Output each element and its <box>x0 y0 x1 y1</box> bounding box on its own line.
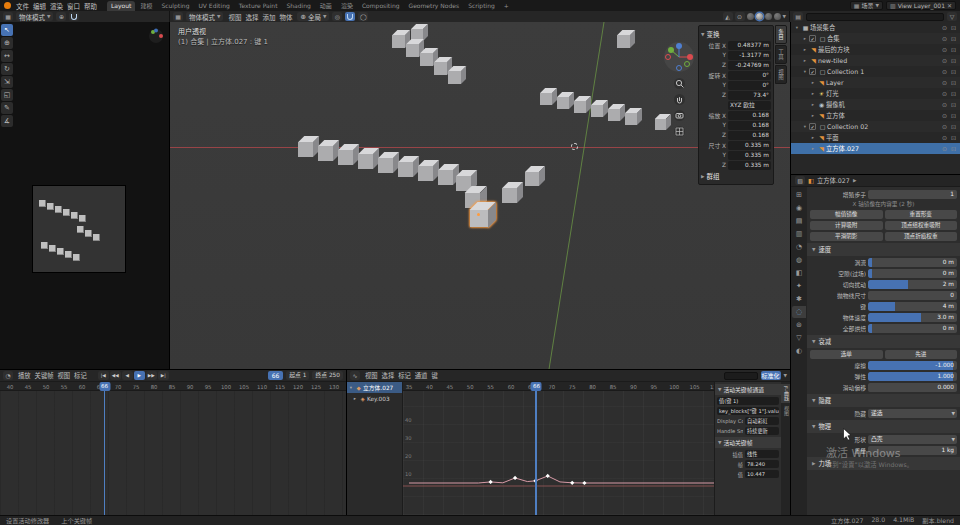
render-visibility-icon[interactable]: ⊡ <box>949 101 958 108</box>
properties-tab-object-data[interactable]: ▽ <box>792 332 806 344</box>
prop-field[interactable]: 0 <box>868 291 957 300</box>
editor-type-icon[interactable]: ▤ <box>793 12 803 21</box>
render-visibility-icon[interactable]: ⊡ <box>949 35 958 42</box>
cube[interactable] <box>398 156 419 177</box>
prop-button[interactable]: 选单 <box>810 350 883 359</box>
render-visibility-icon[interactable]: ⊡ <box>949 123 958 130</box>
scene-selector[interactable]: ▦场景▼ <box>850 1 883 10</box>
current-frame-field[interactable]: 66 <box>268 371 284 380</box>
keyframe-point[interactable] <box>513 476 517 480</box>
cube[interactable] <box>318 140 339 161</box>
properties-tab-view-layer[interactable]: ▥ <box>792 228 806 240</box>
properties-tab-modifiers[interactable]: ✦ <box>792 280 806 292</box>
frame-start-field[interactable]: 起点 1 <box>286 371 309 380</box>
prop-field[interactable]: 1 <box>868 190 957 199</box>
eye-icon[interactable]: ⊙ <box>940 79 949 86</box>
editor-type-icon[interactable]: ▦ <box>3 12 13 21</box>
cube[interactable] <box>525 166 545 186</box>
n-panel-tab-工具[interactable]: 工具 <box>775 45 787 64</box>
render-visibility-icon[interactable]: ⊡ <box>949 90 958 97</box>
prop-section-13[interactable]: ▼衰减 <box>807 335 960 348</box>
outliner-row[interactable]: ▾✓▢Collection 1⊙⊡ <box>791 66 960 77</box>
next-key-button[interactable]: ▶▶ <box>146 371 157 380</box>
properties-tab-world[interactable]: ◍ <box>792 254 806 266</box>
workspace-tab-5[interactable]: Shading <box>282 1 314 11</box>
graph-menu-0[interactable]: 视图 <box>363 371 380 380</box>
prop-field[interactable]: 0 m <box>868 269 957 278</box>
transform-field[interactable]: 0.335 m <box>728 151 771 160</box>
outliner-row[interactable]: ▸◥最后的方块⊙⊡ <box>791 44 960 55</box>
prop-section-18[interactable]: ▼隐藏 <box>807 394 960 407</box>
prop-section-20[interactable]: ▼物理 <box>807 420 960 433</box>
menubar-item-0[interactable]: 文件 <box>14 1 31 11</box>
tool-transform[interactable]: ◱ <box>1 89 13 101</box>
sidebar-panel-header-1[interactable]: ▼活动关键帧 <box>715 437 781 448</box>
expand-arrow-icon[interactable]: ▾ <box>793 25 801 30</box>
outliner-row[interactable]: ▸◥new-tiled⊙⊡ <box>791 55 960 66</box>
expand-arrow-icon[interactable]: ▸ <box>352 396 358 401</box>
render-visibility-icon[interactable]: ⊡ <box>949 46 958 53</box>
eye-icon[interactable]: ⊙ <box>940 68 949 75</box>
transform-field[interactable]: XYZ 欧拉 <box>728 101 771 110</box>
tool-scale[interactable]: ⇲ <box>1 76 13 88</box>
channel-row-1[interactable]: ▸◈Key.003 <box>347 393 402 404</box>
playhead[interactable] <box>104 382 106 515</box>
keyframe-point[interactable] <box>546 474 550 478</box>
tool-measure[interactable]: ∡ <box>1 115 13 127</box>
timeline-menu-3[interactable]: 标记 <box>72 371 89 380</box>
eye-icon[interactable]: ⊙ <box>940 57 949 64</box>
graph-ruler[interactable]: 35404550556065707580859095100105110 <box>403 382 715 391</box>
transform-field[interactable]: 0° <box>728 71 771 80</box>
workspace-tab-2[interactable]: Sculpting <box>157 1 193 11</box>
fcurve-selected[interactable] <box>409 476 715 483</box>
graph-menu-1[interactable]: 选择 <box>380 371 397 380</box>
render-visibility-icon[interactable]: ⊡ <box>949 134 958 141</box>
prop-dropdown[interactable]: 凸壳▼ <box>868 435 957 444</box>
outliner-row[interactable]: ▾✓▢Collection 02⊙⊡ <box>791 121 960 132</box>
playhead-frame-chip[interactable]: 66 <box>531 382 542 391</box>
shading-material-icon[interactable] <box>765 13 772 20</box>
pan-hand-icon[interactable] <box>674 94 685 105</box>
transform-field[interactable]: 0.335 m <box>728 161 771 170</box>
viewlayer-selector[interactable]: ▥View Layer_001✕ <box>886 1 956 10</box>
properties-tab-tool[interactable]: ⊞ <box>792 189 806 201</box>
sidebar-field[interactable]: 持续更新 <box>745 427 779 435</box>
transform-field[interactable]: 0.168 <box>728 131 771 140</box>
outliner-row[interactable]: ▸☀灯光⊙⊡ <box>791 88 960 99</box>
properties-tab-physics[interactable]: ◌ <box>792 306 806 318</box>
outliner-search-input[interactable] <box>806 13 944 21</box>
eye-icon[interactable]: ⊙ <box>940 123 949 130</box>
camera-view-icon[interactable] <box>674 110 685 121</box>
zoom-icon[interactable] <box>674 78 685 89</box>
properties-tab-constraints[interactable]: ⊛ <box>792 319 806 331</box>
graph-menu-2[interactable]: 标记 <box>396 371 413 380</box>
prop-field[interactable]: 4 m <box>868 302 957 311</box>
shading-wireframe-icon[interactable] <box>747 13 754 20</box>
prev-key-button[interactable]: ◀◀ <box>110 371 121 380</box>
render-visibility-icon[interactable]: ⊡ <box>949 68 958 75</box>
cube[interactable] <box>418 160 439 181</box>
expand-arrow-icon[interactable]: ▸ <box>809 102 817 107</box>
play-reverse-button[interactable]: ◀ <box>122 371 133 380</box>
prop-button[interactable]: 重置形变 <box>885 210 958 219</box>
cube[interactable] <box>608 104 625 121</box>
prop-field[interactable]: 1 kg <box>868 446 957 455</box>
prop-button[interactable]: 计算吸附 <box>810 221 883 230</box>
transform-field[interactable]: 73.4° <box>728 91 771 100</box>
expand-arrow-icon[interactable]: ▸ <box>809 146 817 151</box>
expand-arrow-icon[interactable]: ▸ <box>801 36 809 41</box>
prop-field[interactable]: 0.000 <box>868 383 957 392</box>
eye-icon[interactable]: ⊙ <box>940 35 949 42</box>
3d-viewport[interactable]: 用户透视 (1) 合集 | 立方体.027 : 键 1 ▼变换 位置 X0.48… <box>170 22 790 369</box>
menubar-item-4[interactable]: 帮助 <box>82 1 99 11</box>
viewport-menu-1[interactable]: 选择 <box>243 12 260 22</box>
cube-selected[interactable] <box>470 202 495 227</box>
properties-tab-material[interactable]: ◐ <box>792 345 806 357</box>
outliner-row[interactable]: ▸◥平面⊙⊡ <box>791 132 960 143</box>
cube[interactable] <box>591 100 608 117</box>
collapsed-section-header[interactable]: ▶群组 <box>701 171 771 181</box>
menubar-item-1[interactable]: 编辑 <box>31 1 48 11</box>
cube[interactable] <box>625 108 642 125</box>
workspace-tab-0[interactable]: Layout <box>107 1 135 11</box>
expand-arrow-icon[interactable]: ▸ <box>801 47 809 52</box>
